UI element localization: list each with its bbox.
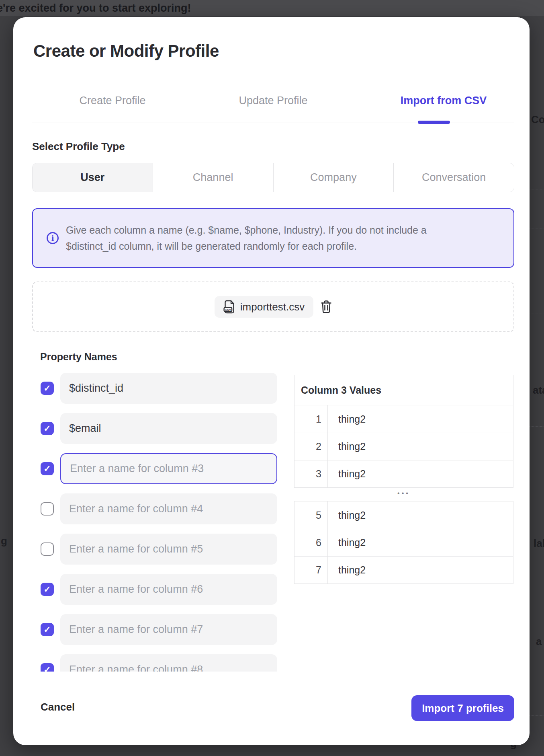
cancel-button[interactable]: Cancel xyxy=(41,701,75,713)
background-fragment: Col xyxy=(531,113,544,126)
table-row: 2 thing2 xyxy=(294,433,513,460)
property-name-list xyxy=(32,373,305,672)
property-row xyxy=(32,614,305,645)
background-fragment: ata xyxy=(533,384,544,396)
property-checkbox-7[interactable] xyxy=(41,623,54,636)
property-names-label: Property Names xyxy=(40,351,117,363)
property-name-input-7[interactable] xyxy=(60,614,277,645)
active-tab-indicator xyxy=(418,121,450,124)
segment-company[interactable]: Company xyxy=(273,163,394,192)
property-name-input-3[interactable] xyxy=(60,453,277,484)
property-checkbox-4[interactable] xyxy=(41,502,54,516)
rows-ellipsis: ••• xyxy=(294,486,513,501)
tab-import-from-csv[interactable]: Import from CSV xyxy=(401,94,487,107)
property-row xyxy=(32,453,305,484)
remove-file-button[interactable] xyxy=(321,300,332,314)
segment-channel[interactable]: Channel xyxy=(153,163,273,192)
row-index: 3 xyxy=(294,460,328,487)
csv-dropzone[interactable]: CSV importtest.csv xyxy=(32,281,514,332)
row-value: thing2 xyxy=(328,529,513,556)
property-name-input-8[interactable] xyxy=(60,654,277,672)
property-row xyxy=(32,534,305,565)
row-index: 1 xyxy=(294,405,328,433)
modal-title: Create or Modify Profile xyxy=(33,41,219,61)
property-checkbox-5[interactable] xyxy=(41,542,54,556)
background-fragment: a xyxy=(536,635,542,648)
column-values-header: Column 3 Values xyxy=(294,375,513,405)
property-name-input-6[interactable] xyxy=(60,574,277,605)
property-checkbox-8[interactable] xyxy=(41,663,54,672)
trash-icon xyxy=(321,300,332,314)
svg-text:CSV: CSV xyxy=(225,308,231,312)
csv-file-icon: CSV xyxy=(223,300,235,314)
property-name-input-2[interactable] xyxy=(60,413,277,444)
background-row-line xyxy=(530,426,544,427)
property-name-input-1[interactable] xyxy=(60,373,277,404)
create-or-modify-profile-modal: Create or Modify Profile Create Profile … xyxy=(13,17,530,745)
background-row-line xyxy=(530,189,544,189)
table-row: 3 thing2 xyxy=(294,460,513,487)
property-checkbox-2[interactable] xyxy=(41,422,54,435)
table-row: 5 thing2 xyxy=(294,501,513,529)
background-banner-text: e're excited for you to start exploring! xyxy=(0,2,191,14)
info-icon: i xyxy=(47,232,59,244)
uploaded-file-chip: CSV importtest.csv xyxy=(215,296,313,318)
row-index: 7 xyxy=(294,557,328,583)
property-row xyxy=(32,493,305,524)
profile-type-segmented-control: User Channel Company Conversation xyxy=(32,163,514,192)
property-checkbox-1[interactable] xyxy=(41,382,54,395)
row-index: 5 xyxy=(294,501,328,529)
column-values-table-bottom: 5 thing2 6 thing2 7 thing2 xyxy=(294,501,513,584)
row-value: thing2 xyxy=(328,405,513,433)
row-value: thing2 xyxy=(328,433,513,460)
property-name-input-5[interactable] xyxy=(60,534,277,565)
column-values-table-top: Column 3 Values 1 thing2 2 thing2 3 thin… xyxy=(294,375,513,488)
row-value: thing2 xyxy=(328,460,513,487)
background-row-line xyxy=(530,139,544,139)
row-index: 6 xyxy=(294,529,328,556)
info-callout: i Give each column a name (e.g. $name, $… xyxy=(32,208,514,268)
info-callout-text: Give each column a name (e.g. $name, $ph… xyxy=(66,222,472,254)
table-row: 7 thing2 xyxy=(294,556,513,583)
row-value: thing2 xyxy=(328,501,513,529)
property-checkbox-3[interactable] xyxy=(41,462,54,475)
background-fragment: g xyxy=(1,535,7,547)
table-row: 6 thing2 xyxy=(294,529,513,556)
background-banner: e're excited for you to start exploring! xyxy=(0,0,544,16)
property-row xyxy=(32,654,305,672)
property-name-input-4[interactable] xyxy=(60,493,277,524)
property-row xyxy=(32,373,305,404)
segment-user[interactable]: User xyxy=(33,163,153,192)
row-index: 2 xyxy=(294,433,328,460)
select-profile-type-label: Select Profile Type xyxy=(32,140,125,153)
uploaded-file-name: importtest.csv xyxy=(240,301,305,313)
property-row xyxy=(32,413,305,444)
import-profiles-button[interactable]: Import 7 profiles xyxy=(411,695,514,721)
segment-conversation[interactable]: Conversation xyxy=(393,163,514,192)
background-row-line xyxy=(530,228,544,228)
background-fragment: lab xyxy=(534,537,544,550)
table-row: 1 thing2 xyxy=(294,405,513,433)
row-value: thing2 xyxy=(328,557,513,583)
property-checkbox-6[interactable] xyxy=(41,583,54,596)
screen: e're excited for you to start exploring!… xyxy=(0,0,544,756)
background-row-line xyxy=(530,314,544,314)
tab-update-profile[interactable]: Update Profile xyxy=(239,94,307,107)
background-row-line xyxy=(530,715,544,716)
tab-create-profile[interactable]: Create Profile xyxy=(79,94,145,107)
property-row xyxy=(32,574,305,605)
